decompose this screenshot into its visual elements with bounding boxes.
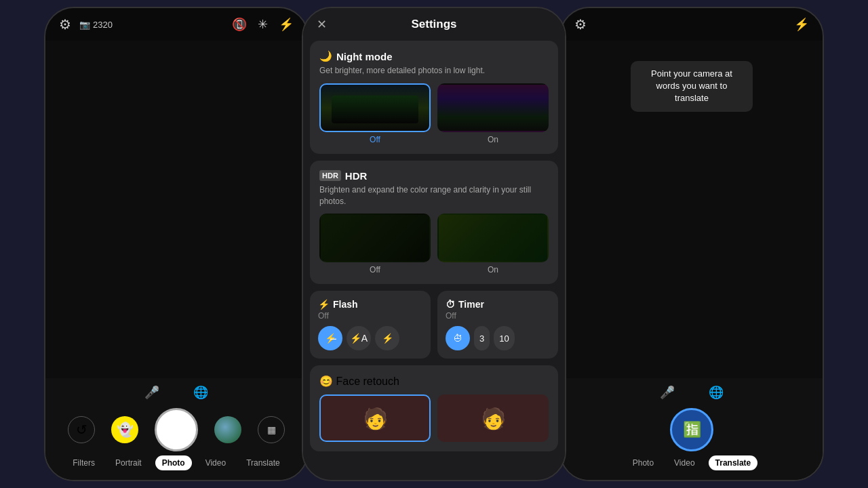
face-retouch-card: 😊 Face retouch 🧑 🧑 — [310, 365, 558, 451]
close-button[interactable]: ✕ — [317, 17, 327, 32]
night-on-image — [437, 83, 549, 132]
timer-title: ⏱ Timer — [446, 299, 550, 310]
hdr-title: HDR HDR — [319, 170, 549, 182]
left-bottom-controls: 🎤 🌐 ↺ 👻 ▦ Filters Portrait Photo Video T… — [45, 378, 307, 480]
flash-value: Off — [318, 311, 422, 321]
settings-title: Settings — [411, 18, 456, 31]
hdr-off[interactable]: Off — [319, 214, 431, 274]
flash-off-icon[interactable]: ⚡ — [279, 17, 294, 32]
no-flash-star-icon[interactable]: ✳ — [258, 17, 268, 32]
timer-value: Off — [446, 311, 550, 321]
google-icon[interactable]: 🌐 — [193, 385, 208, 400]
flash-auto-button[interactable]: ⚡A — [347, 326, 371, 350]
tab-video[interactable]: Video — [199, 455, 233, 470]
night-mode-icon: 🌙 — [319, 50, 332, 62]
flash-timer-row: ⚡ Flash Off ⚡̶ ⚡A ⚡ ⏱ Timer Off — [310, 291, 558, 359]
translate-tooltip: Point your camera at words you want to t… — [631, 61, 753, 112]
shutter-button[interactable] — [155, 408, 198, 451]
no-call-icon[interactable]: 📵 — [232, 17, 247, 32]
qr-icon[interactable]: ▦ — [258, 416, 285, 443]
left-shutter-row: ↺ 👻 ▦ — [45, 408, 307, 451]
flash-off-button[interactable]: ⚡̶ — [318, 326, 342, 350]
right-bottom-controls: 🎤 🌐 🈯 Photo Video Translate — [561, 378, 823, 480]
translate-shutter-button[interactable]: 🈯 — [670, 408, 713, 451]
settings-scroll: 🌙 Night mode Get brighter, more detailed… — [303, 41, 565, 480]
right-phone: ⚙ ⚡ Point your camera at words you want … — [559, 7, 824, 481]
night-on-label: On — [488, 135, 498, 144]
right-mic-icon[interactable]: 🎤 — [660, 385, 675, 400]
right-gear-icon[interactable]: ⚙ — [574, 16, 587, 33]
settings-header: ✕ Settings — [303, 8, 565, 41]
right-shutter-row: 🈯 — [561, 408, 823, 451]
left-top-bar: ⚙ 📷 2320 📵 ✳ ⚡ — [45, 8, 307, 41]
hdr-desc: Brighten and expand the color range and … — [319, 184, 549, 207]
night-mode-desc: Get brighter, more detailed photos in lo… — [319, 65, 549, 77]
right-top-bar: ⚙ ⚡ — [561, 8, 823, 41]
timer-3s-button[interactable]: 3 — [474, 326, 490, 350]
hdr-icon: HDR — [319, 170, 341, 181]
flash-card: ⚡ Flash Off ⚡̶ ⚡A ⚡ — [310, 291, 431, 359]
right-assist-row: 🎤 🌐 — [561, 385, 823, 400]
camera-icon: 📷 — [79, 20, 90, 30]
filters-icon[interactable]: ↺ — [68, 416, 95, 443]
right-mode-tabs: Photo Video Translate — [561, 451, 823, 470]
flash-icon: ⚡ — [318, 299, 330, 310]
tab-photo[interactable]: Photo — [155, 455, 192, 470]
right-google-icon[interactable]: 🌐 — [709, 385, 724, 400]
tab-portrait[interactable]: Portrait — [108, 455, 149, 470]
timer-icon: ⏱ — [446, 299, 455, 310]
right-tab-photo[interactable]: Photo — [626, 455, 660, 470]
tab-translate[interactable]: Translate — [239, 455, 287, 470]
photo-count: 📷 2320 — [79, 20, 113, 30]
face-avatar-on: 🧑 — [481, 407, 506, 430]
night-off-label: Off — [370, 135, 380, 144]
hdr-on-label: On — [488, 265, 498, 274]
night-mode-on[interactable]: On — [437, 83, 549, 144]
snapchat-icon[interactable]: 👻 — [111, 416, 138, 443]
right-flash-off-icon[interactable]: ⚡ — [794, 17, 809, 32]
timer-off-button[interactable]: ⏱̶ — [446, 326, 470, 350]
right-tab-translate[interactable]: Translate — [709, 455, 758, 470]
left-phone: ⚙ 📷 2320 📵 ✳ ⚡ 🎤 🌐 ↺ 👻 ▦ — [44, 7, 309, 481]
left-assist-row: 🎤 🌐 — [45, 385, 307, 400]
right-camera-view: Point your camera at words you want to t… — [561, 41, 823, 378]
left-camera-view — [45, 41, 307, 378]
left-mode-tabs: Filters Portrait Photo Video Translate — [45, 451, 307, 470]
night-mode-title: 🌙 Night mode — [319, 50, 549, 62]
flash-on-button[interactable]: ⚡ — [375, 326, 399, 350]
timer-10s-button[interactable]: 10 — [494, 326, 514, 350]
right-tab-video[interactable]: Video — [667, 455, 701, 470]
top-right-icons: 📵 ✳ ⚡ — [232, 17, 294, 32]
tab-filters[interactable]: Filters — [66, 455, 102, 470]
mic-icon[interactable]: 🎤 — [144, 385, 159, 400]
face-retouch-title: 😊 Face retouch — [319, 375, 549, 388]
face-retouch-options: 🧑 🧑 — [319, 394, 549, 442]
flash-options: ⚡̶ ⚡A ⚡ — [318, 326, 422, 350]
face-retouch-off[interactable]: 🧑 — [319, 394, 431, 442]
hdr-options: Off On — [319, 214, 549, 274]
timer-card: ⏱ Timer Off ⏱̶ 3 10 — [437, 291, 558, 359]
night-mode-off[interactable]: Off — [319, 83, 431, 144]
face-avatar-off: 🧑 — [363, 407, 388, 430]
hdr-on-image — [437, 214, 549, 262]
night-mode-options: Off On — [319, 83, 549, 144]
night-off-image — [319, 83, 431, 132]
photo-count-label: 2320 — [93, 20, 113, 30]
timer-options: ⏱̶ 3 10 — [446, 326, 550, 350]
hdr-off-label: Off — [370, 265, 380, 274]
google-lens-icon[interactable] — [214, 416, 241, 443]
gear-icon[interactable]: ⚙ — [59, 16, 71, 33]
hdr-card: HDR HDR Brighten and expand the color ra… — [310, 161, 558, 285]
hdr-off-image — [319, 214, 431, 262]
mid-phone: ✕ Settings 🌙 Night mode Get brighter, mo… — [302, 7, 566, 481]
face-retouch-on[interactable]: 🧑 — [437, 394, 549, 442]
night-mode-card: 🌙 Night mode Get brighter, more detailed… — [310, 41, 558, 154]
face-retouch-icon: 😊 — [319, 375, 333, 387]
hdr-on[interactable]: On — [437, 214, 549, 274]
flash-title: ⚡ Flash — [318, 299, 422, 310]
